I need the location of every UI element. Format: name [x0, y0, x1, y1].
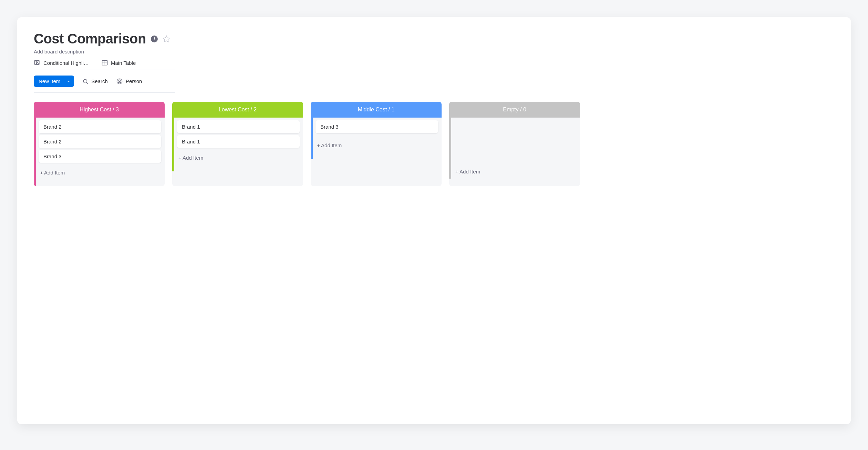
column-header[interactable]: Highest Cost / 3: [34, 102, 165, 118]
star-icon[interactable]: [163, 35, 170, 43]
views-tabs: Conditional Highlighting Main Table: [34, 59, 175, 70]
table-home-icon: [34, 59, 41, 66]
board-header: Cost Comparison i: [34, 31, 834, 47]
kanban-column: Highest Cost / 3Brand 2Brand 2Brand 3+ A…: [34, 102, 165, 186]
kanban-board: Highest Cost / 3Brand 2Brand 2Brand 3+ A…: [34, 102, 834, 186]
svg-rect-4: [102, 60, 107, 65]
chevron-down-icon[interactable]: [64, 77, 74, 86]
column-footer: + Add Item: [34, 166, 165, 186]
kanban-card[interactable]: Brand 2: [39, 120, 161, 133]
view-tab-main-table[interactable]: Main Table: [101, 59, 136, 66]
column-header[interactable]: Lowest Cost / 2: [172, 102, 303, 118]
column-footer: + Add Item: [172, 151, 303, 171]
person-icon: [116, 78, 123, 85]
svg-point-10: [118, 80, 120, 81]
column-footer: + Add Item: [449, 138, 580, 179]
kanban-card[interactable]: Brand 1: [177, 120, 300, 133]
board-description[interactable]: Add board description: [34, 49, 834, 54]
person-filter-button[interactable]: Person: [116, 78, 142, 85]
column-body: Brand 2Brand 2Brand 3: [34, 118, 165, 166]
new-item-button[interactable]: New Item: [34, 76, 74, 87]
svg-line-8: [87, 82, 88, 83]
add-item-button[interactable]: + Add Item: [454, 166, 577, 176]
new-item-label: New Item: [34, 76, 64, 87]
table-icon: [101, 59, 108, 66]
search-button[interactable]: Search: [82, 78, 108, 84]
kanban-column: Empty / 0+ Add Item: [449, 102, 580, 186]
column-body: Brand 3: [311, 118, 442, 138]
search-icon: [82, 78, 89, 84]
column-header[interactable]: Empty / 0: [449, 102, 580, 118]
column-body: [449, 118, 580, 138]
info-icon[interactable]: i: [151, 36, 158, 42]
toolbar: New Item Search Person: [34, 70, 175, 93]
kanban-card[interactable]: Brand 2: [39, 135, 161, 148]
kanban-card[interactable]: Brand 3: [39, 150, 161, 163]
view-tab-conditional[interactable]: Conditional Highlighting: [34, 59, 92, 66]
column-header[interactable]: Middle Cost / 1: [311, 102, 442, 118]
add-item-button[interactable]: + Add Item: [39, 167, 161, 177]
svg-point-7: [83, 79, 87, 83]
view-tab-label: Main Table: [111, 60, 136, 66]
column-body: Brand 1Brand 1: [172, 118, 303, 151]
kanban-column: Lowest Cost / 2Brand 1Brand 1+ Add Item: [172, 102, 303, 186]
svg-marker-0: [163, 36, 169, 41]
board-title: Cost Comparison: [34, 31, 146, 47]
kanban-card[interactable]: Brand 3: [316, 120, 438, 133]
person-label: Person: [126, 78, 142, 84]
kanban-card[interactable]: Brand 1: [177, 135, 300, 148]
add-item-button[interactable]: + Add Item: [177, 152, 300, 162]
board-container: Cost Comparison i Add board description …: [17, 17, 851, 424]
kanban-column: Middle Cost / 1Brand 3+ Add Item: [311, 102, 442, 186]
column-footer: + Add Item: [311, 138, 442, 159]
view-tab-label: Conditional Highlighting: [43, 60, 92, 66]
search-label: Search: [91, 78, 108, 84]
add-item-button[interactable]: + Add Item: [316, 140, 438, 150]
